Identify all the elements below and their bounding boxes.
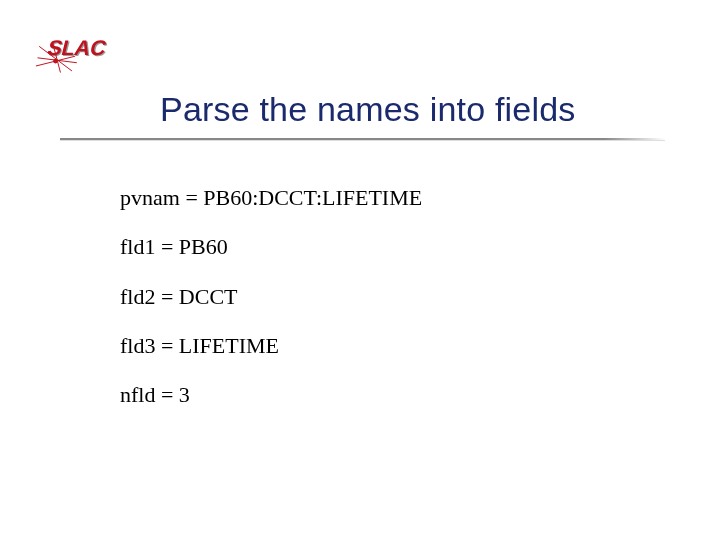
title-underline — [60, 138, 665, 140]
line-fld2: fld2 = DCCT — [120, 284, 422, 309]
slac-logo-svg: SLAC SLAC — [35, 30, 135, 75]
line-nfld: nfld = 3 — [120, 382, 422, 407]
slide: SLAC SLAC Parse the names into fields pv… — [0, 0, 720, 540]
svg-text:SLAC: SLAC — [45, 35, 109, 60]
slide-title: Parse the names into fields — [160, 90, 576, 129]
line-fld3: fld3 = LIFETIME — [120, 333, 422, 358]
line-fld1: fld1 = PB60 — [120, 234, 422, 259]
content-block: pvnam = PB60:DCCT:LIFETIME fld1 = PB60 f… — [120, 185, 422, 431]
svg-point-6 — [53, 59, 58, 64]
slac-logo: SLAC SLAC — [35, 30, 135, 75]
line-pvnam: pvnam = PB60:DCCT:LIFETIME — [120, 185, 422, 210]
